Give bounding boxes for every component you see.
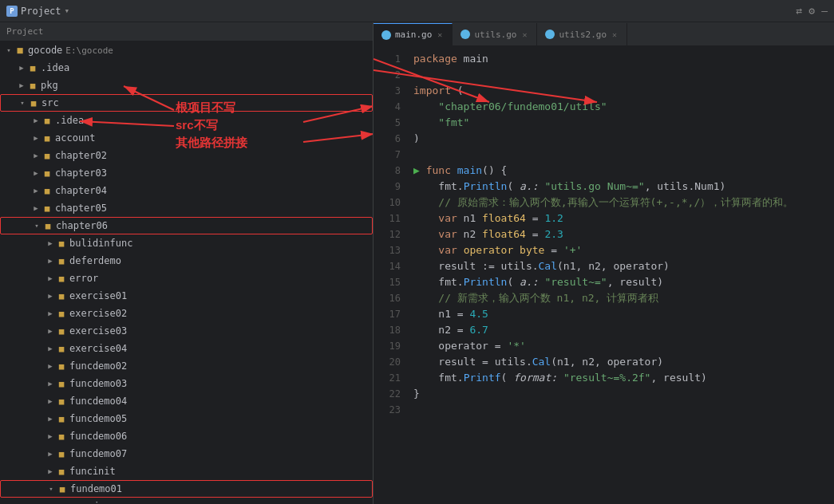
arrow-funcdemo06: ▶ (45, 431, 56, 442)
arrow-exercise03: ▶ (45, 325, 56, 337)
tree-item-funcdemo02[interactable]: ▶ ■ funcdemo02 (0, 357, 373, 375)
code-line-19: operator = '*' (413, 338, 834, 354)
tree-item-pkg[interactable]: ▶ ■ pkg (0, 77, 373, 94)
tree-item-funcdemo04[interactable]: ▶ ■ funcdemo04 (0, 392, 373, 410)
line-numbers: 12345 678910 1112131415 1617181920 21222… (374, 46, 405, 504)
sidebar-title: Project (6, 26, 43, 37)
tree-item-error[interactable]: ▶ ■ error (0, 270, 373, 287)
arrow-funcdemo05: ▶ (45, 413, 56, 424)
label-deferdemo: deferdemo (69, 255, 121, 266)
arrow-exercise01: ▶ (45, 290, 56, 301)
folder-icon-idea1: ■ (27, 62, 38, 73)
label-chapter06: chapter06 (56, 220, 108, 231)
code-line-9: fmt.Println( a.: "utils.go Num~=", utils… (413, 179, 834, 195)
tree-item-exercise02[interactable]: ▶ ■ exercise02 (0, 305, 373, 322)
label-src: src (42, 97, 59, 108)
tab-label-utils2-go: utils2.go (559, 30, 607, 40)
arrow-chapter04: ▶ (30, 185, 42, 196)
tab-close-utils2-go[interactable]: ✕ (611, 30, 619, 40)
arrow-account: ▶ (30, 132, 42, 144)
folder-icon-funcdemo04: ■ (56, 396, 67, 407)
dropdown-arrow[interactable]: ▾ (65, 6, 70, 16)
tree-item-bulidinfunc[interactable]: ▶ ■ bulidinfunc (0, 234, 373, 252)
tree-item-chapter03[interactable]: ▶ ■ chapter03 (0, 164, 373, 182)
folder-icon-funcdemo03: ■ (56, 378, 67, 389)
title-text: Project (21, 6, 61, 17)
label-exercise04: exercise04 (69, 343, 127, 354)
tree-item-gocode[interactable]: ▾ ■ gocode E:\gocode (0, 41, 373, 59)
balance-icon[interactable]: ⇄ (796, 5, 803, 17)
tree-item-chapter06[interactable]: ▾ ■ chapter06 (0, 217, 373, 234)
arrow-fundemo01: ▾ (45, 483, 57, 494)
code-line-5: "fmt" (413, 115, 834, 131)
code-line-6: ) (413, 131, 834, 147)
tab-main-go[interactable]: main.go ✕ (374, 23, 453, 45)
label-gocode: gocode (28, 45, 62, 56)
path-gocode: E:\gocode (65, 45, 113, 56)
arrow-exercise04: ▶ (45, 343, 56, 354)
folder-icon-src: ■ (28, 97, 39, 108)
tab-utils2-go[interactable]: utils2.go ✕ (537, 23, 627, 45)
code-line-2 (413, 67, 834, 83)
tree-item-funcdemo03[interactable]: ▶ ■ funcdemo03 (0, 375, 373, 392)
sidebar: Project ▾ ■ gocode E:\gocode ▶ ■ .idea ▶… (0, 22, 374, 504)
tab-label-main-go: main.go (395, 30, 432, 40)
tab-utils-go[interactable]: utils.go ✕ (453, 23, 537, 45)
tree-item-funcdemo06[interactable]: ▶ ■ funcdemo06 (0, 427, 373, 445)
code-line-20: result = utils.Cal(n1, n2, operator) (413, 354, 834, 370)
settings-icon[interactable]: ⚙ (808, 5, 815, 17)
tree-item-funcinit[interactable]: ▶ ■ funcinit (0, 463, 373, 480)
code-line-16: // 新需求，输入两个数 n1, n2, 计算两者积 (413, 290, 834, 306)
arrow-src: ▾ (17, 97, 28, 108)
arrow-funcinit: ▶ (45, 466, 56, 477)
minimize-icon[interactable]: — (821, 5, 828, 17)
sidebar-header: Project (0, 22, 373, 41)
tree-item-exercise04[interactable]: ▶ ■ exercise04 (0, 340, 373, 357)
tree-item-idea1[interactable]: ▶ ■ .idea (0, 59, 373, 77)
label-funcdemo04: funcdemo04 (69, 396, 127, 407)
code-line-4: "chapter06/fundemo01/utils" (413, 99, 834, 115)
code-line-22: } (413, 386, 834, 402)
code-line-14: result := utils.Cal(n1, n2, operator) (413, 258, 834, 274)
tree-item-fundemo01[interactable]: ▾ ■ fundemo01 (0, 480, 373, 498)
code-line-15: fmt.Println( a.: "result~=", result) (413, 274, 834, 290)
code-line-3: import ( (413, 83, 834, 99)
run-button[interactable]: ▶ (413, 164, 420, 176)
label-main-folder: main (82, 501, 105, 504)
tab-close-main-go[interactable]: ✕ (436, 30, 444, 40)
code-line-12: var n2 float64 = 2.3 (413, 226, 834, 242)
tree-item-account[interactable]: ▶ ■ account (0, 129, 373, 147)
label-chapter03: chapter03 (55, 167, 107, 179)
label-pkg: pkg (41, 80, 58, 91)
folder-icon-exercise04: ■ (56, 343, 67, 354)
editor: main.go ✕ utils.go ✕ utils2.go ✕ 12345 6… (374, 22, 834, 504)
label-idea1: .idea (41, 62, 69, 73)
arrow-deferdemo: ▶ (45, 255, 56, 266)
tree-item-deferdemo[interactable]: ▶ ■ deferdemo (0, 252, 373, 270)
label-account: account (55, 132, 96, 144)
tree-item-exercise01[interactable]: ▶ ■ exercise01 (0, 287, 373, 305)
code-line-21: fmt.Printf( format: "result~=%.2f", resu… (413, 370, 834, 386)
tree-item-chapter02[interactable]: ▶ ■ chapter02 (0, 147, 373, 164)
code-line-17: n1 = 4.5 (413, 306, 834, 322)
label-chapter04: chapter04 (55, 185, 107, 196)
arrow-chapter02: ▶ (30, 150, 42, 161)
tree-item-idea2[interactable]: ▶ ■ .idea (0, 112, 373, 129)
tree-item-chapter04[interactable]: ▶ ■ chapter04 (0, 182, 373, 199)
folder-icon-chapter06: ■ (42, 220, 53, 231)
tree-item-main-folder[interactable]: ▾ ■ main (0, 498, 373, 504)
arrow-funcdemo07: ▶ (45, 448, 56, 459)
editor-content: 12345 678910 1112131415 1617181920 21222… (374, 46, 834, 504)
tree-item-funcdemo07[interactable]: ▶ ■ funcdemo07 (0, 445, 373, 463)
tree-item-exercise03[interactable]: ▶ ■ exercise03 (0, 322, 373, 340)
tree-item-funcdemo05[interactable]: ▶ ■ funcdemo05 (0, 410, 373, 427)
folder-icon-exercise02: ■ (56, 308, 67, 319)
tree-item-src[interactable]: ▾ ■ src (0, 94, 373, 112)
arrow-idea1: ▶ (16, 62, 27, 73)
code-line-23 (413, 402, 834, 418)
tab-close-utils-go[interactable]: ✕ (520, 30, 528, 40)
tree-item-chapter05[interactable]: ▶ ■ chapter05 (0, 199, 373, 217)
folder-icon-funcinit: ■ (56, 466, 67, 477)
arrow-chapter05: ▶ (30, 203, 42, 214)
folder-icon-idea2: ■ (42, 115, 53, 126)
